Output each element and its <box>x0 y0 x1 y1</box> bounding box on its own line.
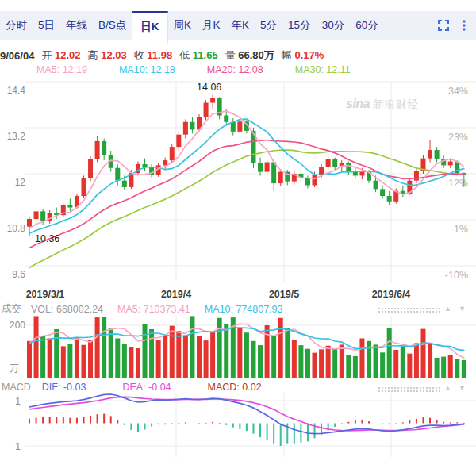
tab-monthly-k[interactable]: 月K <box>197 11 226 40</box>
open-label: 开 <box>41 49 52 61</box>
tab-30min[interactable]: 30分 <box>317 11 351 40</box>
volume-label: 量 <box>225 49 236 61</box>
macd-chart[interactable] <box>0 393 476 459</box>
tab-bs-point[interactable]: B/S点 <box>93 11 132 40</box>
volume-panel-label: 成交 <box>2 302 21 316</box>
open-value: 12.02 <box>55 49 81 61</box>
vol-ma5-readout: MA5: 710373.41 <box>117 304 190 315</box>
vol-ma10-readout: MA10: 774807.93 <box>205 304 283 315</box>
chart-period-tabbar: 分时 5日 年线 B/S点 日K 周K 月K 年K 5分 15分 30分 60分 <box>0 11 476 40</box>
more-options-icon[interactable] <box>462 19 466 32</box>
volume-panel-drag-dots[interactable] <box>378 307 441 313</box>
close-label: 收 <box>134 49 144 61</box>
fullscreen-icon[interactable] <box>437 19 450 32</box>
tab-5day[interactable]: 5日 <box>33 11 60 40</box>
date-tick-mar: 2019/3/1 <box>17 289 73 300</box>
macd-panel-down-arrow[interactable]: ▼ <box>459 384 466 392</box>
macd-panel-label: MACD <box>2 382 31 393</box>
close-value: 11.98 <box>147 49 172 61</box>
ma30-readout: MA30: 12.11 <box>295 64 351 75</box>
tab-weekly-k[interactable]: 周K <box>168 11 198 40</box>
tab-yearly-k[interactable]: 年K <box>226 11 255 40</box>
high-label: 高 <box>88 49 98 61</box>
volume-panel-down-arrow[interactable]: ▼ <box>459 305 466 313</box>
tab-15min[interactable]: 15分 <box>282 11 317 40</box>
main-candlestick-chart[interactable] <box>0 77 476 285</box>
quote-date: 9/06/04 <box>0 50 34 62</box>
volume-panel-up-arrow[interactable]: ▲ <box>444 305 451 313</box>
high-value: 12.03 <box>101 49 127 61</box>
low-label: 低 <box>179 49 190 61</box>
volume-value: 66.80万 <box>238 49 274 61</box>
change-value: 0.17% <box>294 49 324 61</box>
date-tick-apr: 2019/4 <box>148 289 204 300</box>
macd-panel-drag-dots[interactable] <box>378 386 441 393</box>
ma10-readout: MA10: 12.18 <box>119 64 175 75</box>
vol-readout: VOL: 668002.24 <box>31 304 103 315</box>
dif-readout: DIF: -0.03 <box>42 382 86 393</box>
tab-60min[interactable]: 60分 <box>350 11 384 40</box>
tab-daily-k[interactable]: 日K <box>132 11 167 44</box>
low-value: 11.65 <box>193 49 218 61</box>
ma-readout-row: MA5: 12.19 MA10: 12.18 MA20: 12.08 MA30:… <box>0 64 476 75</box>
date-tick-jun: 2019/6/4 <box>363 289 419 300</box>
change-label: 幅 <box>282 49 292 61</box>
dea-readout: DEA: -0.04 <box>122 382 171 393</box>
ma20-readout: MA20: 12.08 <box>207 64 263 75</box>
stock-chart-app: { "toolbar": { "tabs": ["分时","5日","年线","… <box>0 0 476 476</box>
tab-yearline[interactable]: 年线 <box>60 11 93 40</box>
macd-readout: MACD: 0.02 <box>208 382 262 393</box>
tab-minute[interactable]: 分时 <box>0 11 33 40</box>
tab-5min[interactable]: 5分 <box>255 11 282 40</box>
macd-panel-up-arrow[interactable]: ▲ <box>444 384 451 392</box>
quote-readout-row: 9/06/04 开 12.02 高 12.03 收 11.98 低 11.65 … <box>0 48 476 63</box>
volume-chart[interactable] <box>0 314 476 378</box>
date-tick-may: 2019/5 <box>256 289 312 300</box>
ma5-readout: MA5: 12.19 <box>36 64 87 75</box>
